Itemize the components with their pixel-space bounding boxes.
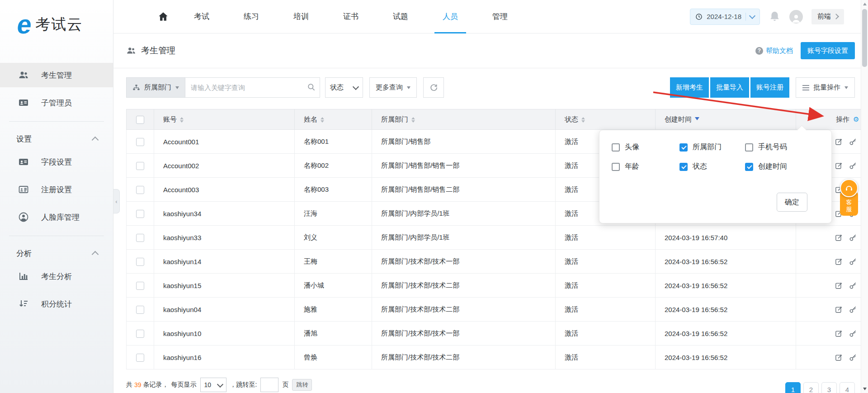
date-selector[interactable]: 2024-12-18 [690,9,760,25]
column-header-created[interactable]: 创建时间 [656,109,796,130]
nav-item-questions[interactable]: 试题 [376,0,425,33]
row-checkbox[interactable] [136,186,144,194]
edit-icon[interactable] [835,162,843,170]
column-option[interactable]: 手机号码 [745,142,822,152]
key-icon[interactable] [849,282,857,289]
sidebar-item-sub-admin[interactable]: 子管理员 [0,90,113,115]
action-buttons: 新增考生 批量导入 账号注册 批量操作 [669,77,855,98]
pagination-bar: 共 39 条记录， 每页显示 10 ，跳转至: 页 跳转 1234 [126,376,855,393]
sidebar-group-settings[interactable]: 设置 [0,128,113,150]
help-doc-link[interactable]: ? 帮助文档 [755,47,793,55]
column-option[interactable]: 所属部门 [679,142,745,152]
column-option[interactable]: 状态 [679,162,745,171]
cell-name: 施雅 [295,298,372,322]
row-checkbox[interactable] [136,138,144,146]
page-button-4[interactable]: 4 [840,382,855,393]
row-checkbox[interactable] [136,162,144,170]
key-icon[interactable] [849,258,857,265]
status-select[interactable]: 状态 [325,77,363,98]
key-icon[interactable] [849,306,857,313]
scrollbar-thumb[interactable] [862,9,867,67]
table-row: kaoshiyun15 潘小城 所属部门/技术部/技术二部 激活 2024-03… [127,274,868,298]
sidebar-item-candidate-analysis[interactable]: 考生分析 [0,264,113,289]
sidebar-group-analysis[interactable]: 分析 [0,242,113,264]
key-icon[interactable] [849,354,857,361]
clock-icon [695,13,703,20]
sidebar-item-face-library[interactable]: 人脸库管理 [0,205,113,229]
edit-icon[interactable] [835,330,843,337]
column-option[interactable]: 年龄 [612,162,679,171]
batch-operations-button[interactable]: 批量操作 [796,77,855,98]
page-button-3[interactable]: 3 [821,382,837,393]
nav-item-practice[interactable]: 练习 [226,0,276,33]
select-all-checkbox[interactable] [136,116,144,124]
option-checkbox[interactable] [612,163,620,171]
scroll-down-icon[interactable] [863,388,867,390]
search-icon[interactable] [307,83,316,91]
nav-item-exam[interactable]: 考试 [177,0,226,33]
option-checkbox[interactable] [679,143,688,152]
edit-icon[interactable] [835,234,843,241]
row-checkbox[interactable] [136,210,144,218]
avatar[interactable] [789,10,803,24]
row-checkbox[interactable] [136,282,144,290]
option-checkbox[interactable] [612,143,620,152]
page-buttons: 1234 [783,382,855,393]
batch-import-button[interactable]: 批量导入 [710,77,749,98]
column-header-account[interactable]: 账号 [154,109,295,130]
nav-item-training[interactable]: 培训 [276,0,326,33]
nav-item-personnel[interactable]: 人员 [425,0,475,33]
key-icon[interactable] [849,138,857,146]
account-field-settings-button[interactable]: 账号字段设置 [801,42,855,59]
bell-icon[interactable] [769,10,781,23]
sidebar-item-field-settings[interactable]: 字段设置 [0,150,113,174]
page-button-2[interactable]: 2 [803,382,819,393]
nav-item-certificate[interactable]: 证书 [326,0,376,33]
nav-item-management[interactable]: 管理 [475,0,525,33]
sidebar-item-points-statistics[interactable]: 积分统计 [0,292,113,316]
row-checkbox[interactable] [136,306,144,314]
scroll-up-icon[interactable] [863,3,867,5]
account-register-button[interactable]: 账号注册 [750,77,789,98]
edit-icon[interactable] [835,354,843,361]
popup-options: 头像 所属部门 手机号码 年龄 状态 创建时间 [599,130,831,171]
option-checkbox[interactable] [745,143,753,152]
confirm-button[interactable]: 确定 [777,193,807,212]
nav-home[interactable] [150,0,177,33]
department-filter-button[interactable]: 所属部门 [126,77,185,98]
refresh-button[interactable] [423,77,444,98]
column-header-department[interactable]: 所属部门 [372,109,556,130]
window-scrollbar[interactable] [861,0,868,393]
key-icon[interactable] [849,330,857,337]
jump-page-input[interactable] [260,378,278,392]
edit-icon[interactable] [835,138,843,146]
edit-icon[interactable] [835,258,843,265]
sidebar-item-candidate-management[interactable]: 考生管理 [0,63,113,87]
column-header-status[interactable]: 状态 [556,109,656,130]
customer-service-widget[interactable]: 客服 [839,179,859,216]
search-input[interactable] [185,77,320,98]
edit-icon[interactable] [835,282,843,289]
add-candidate-button[interactable]: 新增考生 [670,77,709,98]
page-button-1[interactable]: 1 [785,382,801,393]
edit-icon[interactable] [835,306,843,313]
more-filters-button[interactable]: 更多查询 [369,77,417,98]
row-checkbox[interactable] [136,354,144,362]
cell-created: 2024-03-19 16:56:52 [656,322,796,346]
row-checkbox[interactable] [136,234,144,242]
sidebar-item-registration-settings[interactable]: 注册设置 [0,177,113,202]
column-option[interactable]: 头像 [612,142,679,152]
row-checkbox[interactable] [136,330,144,338]
goto-frontend-button[interactable]: 前端 [811,9,844,24]
column-header-name[interactable]: 姓名 [295,109,372,130]
column-option[interactable]: 创建时间 [745,162,822,171]
key-icon[interactable] [849,234,857,241]
key-icon[interactable] [849,162,857,170]
per-page-select[interactable]: 10 [200,378,226,392]
sidebar-collapse-handle[interactable]: ‹ [113,189,120,213]
jump-button[interactable]: 跳转 [292,379,312,391]
row-checkbox[interactable] [136,258,144,266]
option-checkbox[interactable] [679,163,688,171]
select-all-header [127,109,154,130]
option-checkbox[interactable] [745,163,753,171]
